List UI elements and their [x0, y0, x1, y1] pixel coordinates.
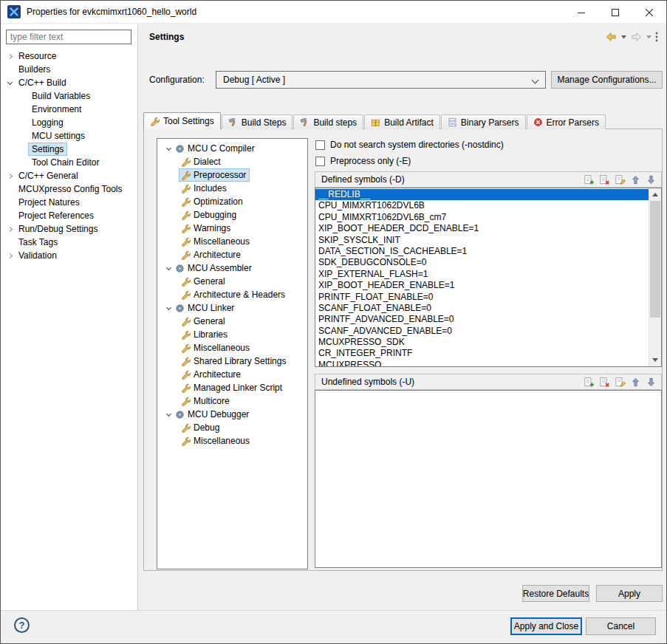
tool-tree-item-architecture-headers[interactable]: Architecture & Headers	[179, 288, 307, 301]
tool-tree-item-dialect[interactable]: Dialect	[179, 155, 307, 168]
sidebar-item-task-tags[interactable]: Task Tags	[1, 236, 137, 249]
symbol-list-item[interactable]: XIP_BOOT_HEADER_DCD_ENABLE=1	[315, 223, 649, 234]
filter-input[interactable]	[6, 30, 131, 44]
scroll-thumb[interactable]	[650, 201, 660, 318]
tool-tree-item-debugging[interactable]: Debugging	[179, 208, 307, 222]
delete-button[interactable]	[598, 375, 612, 388]
collapse-arrow-icon[interactable]	[4, 82, 16, 84]
minimize-button[interactable]	[564, 1, 598, 24]
symbol-list-item[interactable]: XIP_EXTERNAL_FLASH=1	[315, 269, 649, 280]
tab-build-steps[interactable]: Build steps	[293, 114, 363, 129]
symbol-list-item[interactable]: SDK_DEBUGCONSOLE=0	[315, 257, 649, 268]
apply-button[interactable]: Apply	[596, 585, 663, 602]
forward-menu-button[interactable]	[646, 30, 652, 44]
symbol-list-item[interactable]: PRINTF_ADVANCED_ENABLE=0	[315, 314, 649, 325]
tab-binary-parsers[interactable]: 010101Binary Parsers	[441, 114, 526, 129]
tool-tree-item-mcu-debugger[interactable]: MCU Debugger	[163, 408, 307, 421]
symbol-list-item[interactable]: CR_INTEGER_PRINTF	[315, 348, 649, 359]
back-button[interactable]	[604, 30, 618, 44]
defined-symbols-list[interactable]: __REDLIB__CPU_MIMXRT1062DVL6BCPU_MIMXRT1…	[315, 188, 662, 367]
sidebar-item-logging[interactable]: Logging	[1, 116, 137, 129]
tool-tree-item-managed-linker-script[interactable]: Managed Linker Script	[179, 381, 307, 394]
symbol-list-item[interactable]: MCUXPRESSO	[315, 360, 649, 366]
sidebar-item-project-natures[interactable]: Project Natures	[1, 196, 137, 209]
tool-tree-item-architecture[interactable]: Architecture	[179, 368, 307, 381]
tool-tree-item-libraries[interactable]: Libraries	[179, 328, 307, 341]
sidebar-item-environment[interactable]: Environment	[1, 103, 137, 116]
tab-tool-settings[interactable]: Tool Settings	[143, 112, 221, 129]
tool-tree-item-multicore[interactable]: Multicore	[179, 394, 307, 408]
symbol-list-item[interactable]: MCUXPRESSO_SDK	[315, 337, 649, 348]
undefined-symbols-list[interactable]	[315, 390, 662, 568]
tool-tree-item-miscellaneous[interactable]: Miscellaneous	[179, 341, 307, 354]
defined-symbols-scrollbar[interactable]	[649, 188, 661, 366]
expand-arrow-icon[interactable]	[4, 227, 16, 231]
tool-tree-item-mcu-assembler[interactable]: MCU Assembler	[163, 261, 307, 275]
collapse-arrow-icon[interactable]	[163, 414, 174, 416]
sidebar-item-project-references[interactable]: Project References	[1, 209, 137, 222]
symbol-list-item[interactable]: DATA_SECTION_IS_CACHEABLE=1	[315, 246, 649, 257]
checkbox-row-nostdinc[interactable]: Do not search system directories (-nostd…	[315, 139, 504, 151]
sidebar-item-validation[interactable]: Validation	[1, 249, 137, 262]
scroll-up-button[interactable]	[649, 188, 661, 201]
tool-tree-item-includes[interactable]: Includes	[179, 182, 307, 195]
tool-tree-item-mcu-linker[interactable]: MCU Linker	[163, 301, 307, 315]
sidebar-item-mcuxpresso-config-tools[interactable]: MCUXpresso Config Tools	[1, 182, 137, 196]
symbol-list-item[interactable]: XIP_BOOT_HEADER_ENABLE=1	[315, 280, 649, 291]
restore-defaults-button[interactable]: Restore Defaults	[522, 585, 589, 602]
sidebar-item-c-c-general[interactable]: C/C++ General	[1, 169, 137, 182]
tool-tree-item-architecture[interactable]: Architecture	[179, 248, 307, 261]
sidebar-item-tool-chain-editor[interactable]: Tool Chain Editor	[1, 156, 137, 169]
sidebar-item-resource[interactable]: Resource	[1, 49, 137, 63]
tool-tree-item-optimization[interactable]: Optimization	[179, 195, 307, 208]
scroll-down-button[interactable]	[649, 354, 661, 366]
sidebar-item-run-debug-settings[interactable]: Run/Debug Settings	[1, 222, 137, 236]
checkbox-row-preprocess-only[interactable]: Preprocess only (-E)	[315, 155, 411, 167]
titlebar[interactable]: Properties for evkcmimxrt1060_hello_worl…	[1, 1, 666, 24]
symbol-list-item[interactable]: PRINTF_FLOAT_ENABLE=0	[315, 292, 649, 303]
add-button[interactable]	[582, 375, 596, 388]
collapse-arrow-icon[interactable]	[163, 148, 174, 150]
tool-tree-item-miscellaneous[interactable]: Miscellaneous	[179, 434, 307, 448]
apply-and-close-button[interactable]: Apply and Close	[510, 617, 582, 635]
tool-tree-item-warnings[interactable]: Warnings	[179, 222, 307, 235]
configuration-dropdown[interactable]: Debug [ Active ]	[216, 71, 546, 89]
close-button[interactable]	[632, 1, 666, 24]
maximize-button[interactable]	[598, 1, 632, 24]
edit-button[interactable]	[613, 375, 627, 388]
help-button[interactable]: ?	[14, 617, 30, 633]
move-up-button[interactable]	[629, 173, 643, 186]
expand-arrow-icon[interactable]	[4, 55, 16, 58]
tool-tree-item-shared-library-settings[interactable]: Shared Library Settings	[179, 354, 307, 368]
symbol-list-item[interactable]: CPU_MIMXRT1062DVL6B	[315, 200, 649, 211]
symbol-list-item[interactable]: __REDLIB__	[315, 189, 649, 200]
symbol-list-item[interactable]: SCANF_ADVANCED_ENABLE=0	[315, 326, 649, 337]
tab-error-parsers[interactable]: Error Parsers	[527, 114, 606, 129]
nostdinc-checkbox[interactable]	[315, 140, 325, 150]
sidebar-item-mcu-settings[interactable]: MCU settings	[1, 129, 137, 143]
collapse-arrow-icon[interactable]	[163, 307, 174, 309]
move-down-button[interactable]	[644, 173, 658, 186]
edit-button[interactable]	[613, 173, 627, 186]
symbol-list-item[interactable]: SKIP_SYSCLK_INIT	[315, 235, 649, 246]
tool-tree-item-preprocessor[interactable]: Preprocessor	[179, 168, 307, 182]
preprocess-only-checkbox[interactable]	[315, 157, 325, 166]
cancel-button[interactable]: Cancel	[586, 617, 656, 635]
sidebar-item-builders[interactable]: Builders	[1, 63, 137, 76]
symbol-list-item[interactable]: CPU_MIMXRT1062DVL6B_cm7	[315, 212, 649, 223]
tool-tree-item-general[interactable]: General	[179, 315, 307, 328]
tool-tree-item-debug[interactable]: Debug	[179, 421, 307, 434]
expand-arrow-icon[interactable]	[4, 254, 16, 258]
back-menu-button[interactable]	[620, 30, 627, 44]
tab-build-artifact[interactable]: Build Artifact	[364, 114, 440, 129]
tool-tree-item-general[interactable]: General	[179, 275, 307, 288]
expand-arrow-icon[interactable]	[4, 174, 16, 178]
move-up-button[interactable]	[629, 375, 643, 388]
add-button[interactable]	[582, 173, 596, 186]
symbol-list-item[interactable]: SCANF_FLOAT_ENABLE=0	[315, 303, 649, 314]
sidebar-item-c-c-build[interactable]: C/C++ Build	[1, 76, 137, 89]
move-down-button[interactable]	[644, 375, 658, 388]
collapse-arrow-icon[interactable]	[163, 267, 174, 270]
tab-build-steps[interactable]: Build Steps	[222, 114, 293, 129]
tool-tree-item-miscellaneous[interactable]: Miscellaneous	[179, 235, 307, 248]
